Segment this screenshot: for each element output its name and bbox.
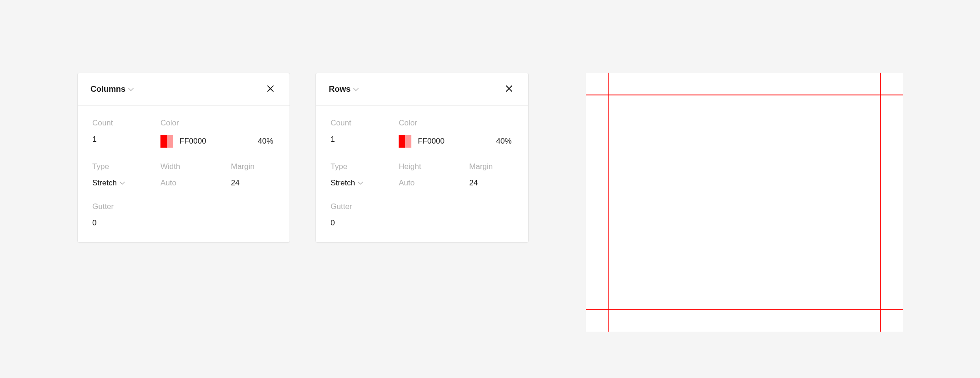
- color-hex-input[interactable]: FF0000: [180, 137, 206, 146]
- color-hex-input[interactable]: FF0000: [418, 137, 445, 146]
- columns-title-dropdown[interactable]: Columns: [90, 85, 134, 94]
- gutter-input[interactable]: 0: [92, 219, 160, 228]
- close-button[interactable]: [503, 82, 515, 96]
- close-icon: [266, 84, 275, 94]
- chevron-down-icon: [128, 87, 134, 92]
- count-label: Count: [92, 119, 160, 128]
- color-label: Color: [399, 119, 513, 128]
- grid-line-bottom: [586, 309, 903, 310]
- color-opacity-input[interactable]: 40%: [258, 137, 275, 146]
- type-dropdown[interactable]: Stretch: [92, 179, 160, 188]
- margin-label: Margin: [231, 162, 275, 171]
- close-button[interactable]: [264, 82, 277, 96]
- panel-title: Columns: [90, 85, 125, 94]
- count-label: Count: [330, 119, 399, 128]
- rows-panel: Rows Count 1 Color: [315, 73, 528, 243]
- grid-line-right: [880, 73, 881, 332]
- margin-input[interactable]: 24: [231, 179, 275, 188]
- height-label: Height: [399, 162, 469, 171]
- width-label: Width: [160, 162, 231, 171]
- rows-title-dropdown[interactable]: Rows: [329, 85, 359, 94]
- columns-panel: Columns Count 1 Color: [77, 73, 290, 243]
- close-icon: [505, 84, 514, 94]
- layout-grid-preview: [586, 73, 903, 332]
- margin-input[interactable]: 24: [469, 179, 513, 188]
- type-value: Stretch: [330, 179, 355, 188]
- gutter-label: Gutter: [330, 202, 399, 211]
- width-input[interactable]: Auto: [160, 179, 231, 188]
- chevron-down-icon: [120, 180, 125, 186]
- color-label: Color: [160, 119, 275, 128]
- grid-line-top: [586, 94, 903, 95]
- type-label: Type: [330, 162, 399, 171]
- count-input[interactable]: 1: [92, 135, 160, 144]
- panel-title: Rows: [329, 85, 350, 94]
- height-input[interactable]: Auto: [399, 179, 469, 188]
- count-input[interactable]: 1: [330, 135, 399, 144]
- gutter-input[interactable]: 0: [330, 219, 399, 228]
- chevron-down-icon: [353, 87, 359, 92]
- color-opacity-input[interactable]: 40%: [496, 137, 514, 146]
- margin-label: Margin: [469, 162, 513, 171]
- gutter-label: Gutter: [92, 202, 160, 211]
- color-swatch[interactable]: [160, 135, 173, 148]
- chevron-down-icon: [358, 180, 363, 186]
- type-label: Type: [92, 162, 160, 171]
- type-value: Stretch: [92, 179, 117, 188]
- type-dropdown[interactable]: Stretch: [330, 179, 399, 188]
- color-swatch[interactable]: [399, 135, 411, 148]
- grid-line-left: [608, 73, 609, 332]
